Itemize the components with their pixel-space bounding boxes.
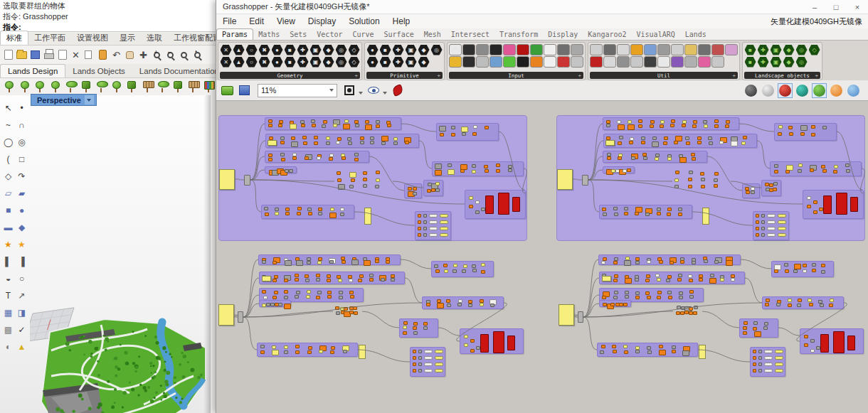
capsule-node-group[interactable]: [750, 347, 785, 377]
gh-node[interactable]: [645, 213, 650, 216]
gh-node[interactable]: [468, 304, 472, 307]
green-sphere-icon[interactable]: [812, 83, 827, 98]
component-icon[interactable]: ◎: [335, 56, 347, 68]
gh-node[interactable]: [307, 290, 311, 294]
gh-node[interactable]: [278, 124, 282, 127]
box-tool[interactable]: ■: [1, 202, 15, 219]
gh-node[interactable]: [485, 126, 489, 129]
gh-node[interactable]: [363, 178, 367, 181]
gh-node[interactable]: [685, 136, 689, 140]
gh-capsule[interactable]: [435, 350, 443, 353]
gh-node[interactable]: [423, 227, 427, 230]
zoom-extents-icon[interactable]: [342, 82, 357, 98]
gh-node[interactable]: [821, 270, 825, 274]
gh-capsule[interactable]: [764, 350, 773, 353]
gh-node[interactable]: [447, 304, 451, 307]
copy-icon[interactable]: [83, 48, 96, 62]
rhino-viewport[interactable]: [0, 95, 211, 413]
capsule-node-group[interactable]: [753, 211, 789, 240]
gh-capsule[interactable]: [435, 363, 443, 366]
gh-node[interactable]: [746, 191, 750, 194]
gh-node[interactable]: [646, 274, 650, 278]
gh-capsule[interactable]: [435, 356, 443, 360]
gh-node[interactable]: [353, 306, 357, 310]
gh-capsule[interactable]: [775, 356, 783, 360]
viewport-3d-model[interactable]: [30, 305, 212, 413]
gh-capsule[interactable]: [764, 369, 773, 372]
menu-file[interactable]: File: [216, 16, 243, 26]
component-icon[interactable]: [489, 44, 502, 55]
orient-tool[interactable]: ◨: [15, 304, 28, 321]
gh-node[interactable]: [821, 264, 825, 267]
gh-node[interactable]: [686, 141, 690, 145]
component-icon[interactable]: ■: [744, 56, 756, 68]
gh-node[interactable]: [329, 213, 337, 218]
gh-node[interactable]: [349, 172, 356, 178]
component-icon[interactable]: [449, 44, 462, 55]
component-icon[interactable]: [603, 44, 616, 55]
gh-node[interactable]: [365, 120, 369, 124]
component-icon[interactable]: [462, 44, 475, 55]
gh-node[interactable]: [741, 141, 746, 145]
gh-node[interactable]: [635, 291, 640, 295]
gh-node[interactable]: [343, 124, 350, 129]
polygon-tool[interactable]: ◇: [1, 168, 15, 185]
component-icon[interactable]: [617, 56, 630, 68]
gh-node[interactable]: [811, 133, 815, 136]
red-node-group[interactable]: [465, 190, 526, 219]
gh-node[interactable]: [408, 187, 412, 191]
gh-node[interactable]: [692, 124, 697, 128]
gh-node[interactable]: [469, 196, 473, 200]
gh-node[interactable]: [664, 136, 668, 140]
hedge-icon[interactable]: [93, 80, 109, 94]
component-icon[interactable]: [644, 56, 657, 68]
gh-node[interactable]: [413, 326, 417, 330]
gh-node[interactable]: [275, 212, 279, 215]
gh-node[interactable]: [260, 350, 265, 354]
gh-tab-transform[interactable]: Transform: [494, 29, 543, 40]
gh-node[interactable]: [701, 185, 705, 188]
gh-node[interactable]: [297, 207, 302, 210]
menu-display[interactable]: Display: [302, 16, 342, 26]
gh-node[interactable]: [704, 124, 708, 128]
gh-node[interactable]: [490, 304, 494, 307]
gh-node[interactable]: [268, 124, 272, 127]
tree-swap-icon[interactable]: [32, 80, 48, 94]
gh-node[interactable]: [339, 291, 343, 294]
shrub-row-icon[interactable]: [63, 80, 78, 94]
gh-node[interactable]: [638, 124, 642, 128]
gh-node[interactable]: [370, 136, 374, 140]
component-icon[interactable]: ✚: [297, 44, 309, 55]
component-icon[interactable]: ■: [379, 56, 391, 68]
gh-capsule[interactable]: [440, 233, 448, 237]
gh-node[interactable]: [413, 363, 416, 366]
zoom-in-icon[interactable]: +: [150, 48, 164, 62]
gh-node[interactable]: [635, 350, 640, 353]
gh-node[interactable]: [765, 303, 769, 306]
lands-tab-0[interactable]: Lands Design: [0, 64, 65, 77]
gh-node[interactable]: [376, 178, 380, 182]
gh-node[interactable]: [355, 124, 359, 127]
capsule-node-group[interactable]: [410, 347, 445, 377]
gh-node[interactable]: [714, 178, 718, 182]
gh-node[interactable]: [423, 233, 427, 237]
gh-node[interactable]: [625, 278, 632, 284]
gh-node[interactable]: [719, 141, 724, 144]
gh-node[interactable]: [834, 165, 838, 168]
gh-node[interactable]: [327, 291, 332, 294]
component-icon[interactable]: [725, 44, 738, 55]
gh-node[interactable]: [813, 210, 817, 214]
gh-node[interactable]: [485, 169, 489, 173]
gh-node[interactable]: [758, 350, 762, 353]
gh-node[interactable]: [700, 172, 704, 176]
gh-node[interactable]: [453, 264, 457, 267]
gh-node[interactable]: [354, 158, 359, 161]
node-group[interactable]: [597, 343, 698, 357]
gh-node[interactable]: [354, 311, 358, 315]
component-icon[interactable]: ■: [379, 44, 391, 55]
forest-icon[interactable]: [78, 80, 94, 94]
gh-capsule[interactable]: [440, 220, 448, 224]
gh-capsule[interactable]: [778, 214, 786, 218]
component-icon[interactable]: ◇: [808, 44, 820, 55]
gh-node[interactable]: [689, 295, 694, 299]
